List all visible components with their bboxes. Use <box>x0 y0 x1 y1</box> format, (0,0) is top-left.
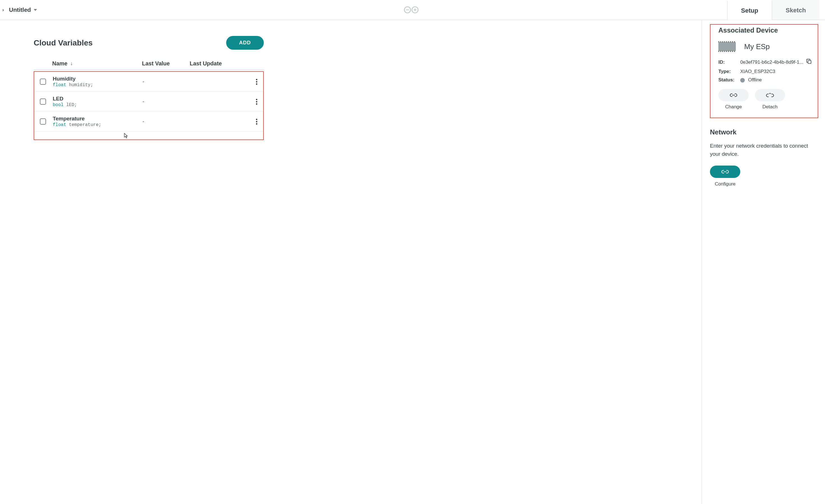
configure-link-icon <box>710 165 740 178</box>
variable-name-cell: LED bool lED; <box>53 96 143 107</box>
variable-declaration: bool lED; <box>53 102 143 107</box>
variable-last-value: - <box>143 99 190 105</box>
mouse-cursor-icon <box>124 133 129 139</box>
status-dot-icon <box>740 78 745 82</box>
main-header: Cloud Variables ADD <box>34 36 264 50</box>
variable-row[interactable]: Temperature float temperature; - <box>34 112 263 132</box>
detach-device-button[interactable]: Detach <box>755 89 785 110</box>
thing-title-dropdown[interactable]: Untitled <box>9 6 37 13</box>
column-last-update[interactable]: Last Update <box>190 60 260 67</box>
variable-name-cell: Humidity float humidity; <box>53 76 143 87</box>
arduino-logo <box>404 6 421 14</box>
tab-setup-label: Setup <box>741 7 758 14</box>
breadcrumb-chevron-icon[interactable]: › <box>2 7 4 13</box>
column-name[interactable]: Name ↓ <box>52 60 142 67</box>
variable-last-value: - <box>143 119 190 125</box>
unlink-icon <box>755 89 785 101</box>
variable-row[interactable]: LED bool lED; - <box>34 92 263 112</box>
device-type-label: Type: <box>719 69 740 74</box>
device-id-value: 0e3ef791-b6c2-4b4b-8d9f-1... <box>740 60 806 65</box>
svg-rect-5 <box>808 60 811 63</box>
top-bar: › Untitled Setup Sketch <box>0 0 825 20</box>
configure-label: Configure <box>710 181 740 187</box>
variable-declaration: float humidity; <box>53 82 143 87</box>
change-device-button[interactable]: Change <box>719 89 749 110</box>
column-name-label: Name <box>52 60 67 67</box>
sort-arrow-down-icon: ↓ <box>70 61 73 67</box>
device-type-value: XIAO_ESP32C3 <box>740 69 806 74</box>
variable-row[interactable]: Humidity float humidity; - <box>34 72 263 92</box>
thing-title: Untitled <box>9 6 31 13</box>
tab-sketch-label: Sketch <box>786 7 806 14</box>
row-menu-icon[interactable] <box>253 119 260 125</box>
variable-name: Temperature <box>53 116 143 122</box>
breadcrumbs: › Untitled <box>0 6 37 13</box>
link-icon <box>719 89 749 101</box>
variable-name: LED <box>53 96 143 102</box>
row-menu-icon[interactable] <box>253 99 260 105</box>
row-checkbox[interactable] <box>40 98 46 105</box>
main-panel: Cloud Variables ADD Name ↓ Last Value La… <box>0 20 701 504</box>
variables-highlight-box: Humidity float humidity; - LED <box>34 71 264 140</box>
row-checkbox[interactable] <box>40 119 46 125</box>
tab-sketch[interactable]: Sketch <box>772 0 819 20</box>
caret-down-icon <box>34 9 37 11</box>
content: Cloud Variables ADD Name ↓ Last Value La… <box>0 20 825 504</box>
variable-declaration: float temperature; <box>53 122 143 127</box>
tab-setup[interactable]: Setup <box>727 0 772 20</box>
column-last-value[interactable]: Last Value <box>142 60 190 67</box>
row-menu-icon[interactable] <box>253 79 260 85</box>
device-status-value: Offline <box>740 77 806 83</box>
add-variable-button[interactable]: ADD <box>226 36 264 50</box>
associated-device-title: Associated Device <box>719 26 812 34</box>
variable-name: Humidity <box>53 76 143 82</box>
device-header: My ESp <box>719 42 812 51</box>
associated-device-card: Associated Device My ESp ID: 0e3ef791-b6… <box>710 24 818 118</box>
device-id-label: ID: <box>719 60 740 65</box>
device-actions: Change Detach <box>719 89 812 110</box>
variables-table: Name ↓ Last Value Last Update Humidity f… <box>34 60 264 140</box>
network-description: Enter your network credentials to connec… <box>710 142 816 158</box>
configure-button[interactable]: Configure <box>710 165 816 187</box>
device-meta: ID: 0e3ef791-b6c2-4b4b-8d9f-1... Type: X… <box>719 58 812 83</box>
view-tabs: Setup Sketch <box>727 0 819 20</box>
table-header: Name ↓ Last Value Last Update <box>34 60 264 70</box>
copy-id-icon[interactable] <box>806 58 812 66</box>
right-sidebar: Associated Device My ESp ID: 0e3ef791-b6… <box>701 20 825 504</box>
device-status-label: Status: <box>719 77 740 83</box>
variable-last-value: - <box>143 79 190 85</box>
detach-label: Detach <box>762 104 777 110</box>
change-label: Change <box>725 104 742 110</box>
row-checkbox[interactable] <box>40 79 46 85</box>
board-icon <box>719 42 736 51</box>
variable-name-cell: Temperature float temperature; <box>53 116 143 127</box>
device-name: My ESp <box>744 43 770 51</box>
cloud-variables-title: Cloud Variables <box>34 39 93 48</box>
network-section: Network Enter your network credentials t… <box>710 118 818 187</box>
network-title: Network <box>710 128 816 136</box>
